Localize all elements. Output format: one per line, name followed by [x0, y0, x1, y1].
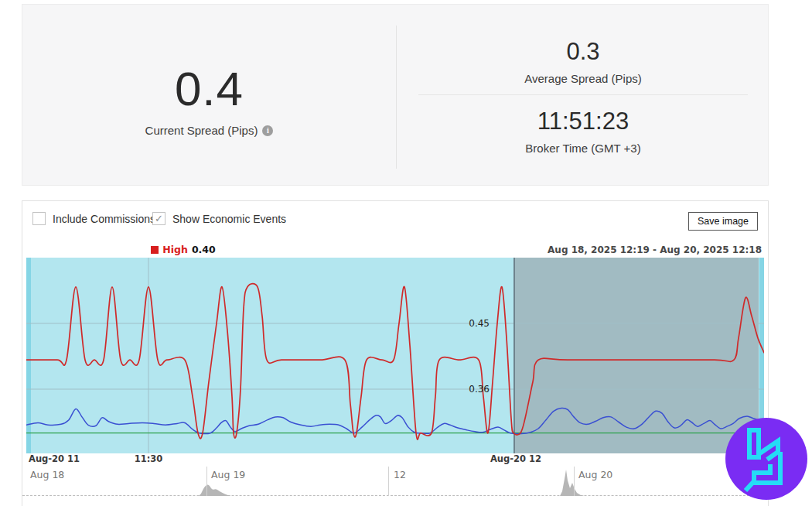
x-axis-label: 11:30 — [135, 453, 163, 464]
navigator-separator — [206, 467, 207, 496]
brand-logo-glyph — [725, 418, 807, 500]
current-spread-value: 0.4 — [175, 65, 244, 113]
navigator-section-label: Aug 18 — [30, 469, 64, 480]
broker-time-block: 11:51:23 Broker Time (GMT +3) — [397, 108, 769, 155]
svg-text:0.45: 0.45 — [469, 318, 490, 329]
navigator-separator — [388, 467, 389, 496]
page: 0.4 Current Spread (Pips) i 0.3 Average … — [0, 0, 812, 506]
show-economic-events-checkbox[interactable]: ✓ Show Economic Events — [152, 212, 286, 225]
legend-series-value: 0.40 — [192, 244, 216, 255]
x-axis-labels: Aug-20 1111:30Aug-20 12 — [22, 453, 768, 465]
legend-series-name: High — [162, 244, 188, 255]
legend-item[interactable]: High0.40 — [151, 244, 235, 255]
broker-time-label: Broker Time (GMT +3) — [525, 142, 640, 155]
chart-card: Include Commissions ✓ Show Economic Even… — [22, 200, 769, 506]
broker-time-value: 11:51:23 — [537, 108, 629, 135]
save-image-button[interactable]: Save image — [688, 212, 758, 231]
navigator-section-label: Aug 19 — [211, 469, 245, 480]
chart-navigator[interactable]: Aug 18Aug 1912Aug 20 — [22, 467, 765, 496]
x-axis-label: Aug-20 11 — [29, 453, 80, 464]
average-spread-block: 0.3 Average Spread (Pips) — [397, 39, 769, 85]
chart-date-range: Aug 18, 2025 12:19 - Aug 20, 2025 12:18 — [548, 244, 762, 255]
x-axis-label: Aug-20 12 — [490, 453, 541, 464]
info-icon[interactable]: i — [262, 125, 273, 136]
navigator-separator — [574, 467, 575, 496]
navigator-mini-area-aug19 — [199, 480, 231, 496]
current-spread-block: 0.4 Current Spread (Pips) i — [22, 5, 396, 186]
show-economic-events-label: Show Economic Events — [172, 213, 286, 225]
brand-logo[interactable] — [725, 418, 807, 500]
right-stats-block: 0.3 Average Spread (Pips) 11:51:23 Broke… — [397, 5, 769, 186]
chart-legend-row: Aug 20, 2025 12:20 High0.40Low0.30Averag… — [29, 244, 762, 256]
average-spread-value: 0.3 — [566, 39, 599, 65]
spread-chart[interactable]: 0.450.36 — [26, 258, 764, 453]
chart-controls: Include Commissions ✓ Show Economic Even… — [22, 201, 768, 237]
checkbox-box[interactable]: ✓ — [152, 212, 165, 225]
legend-swatch — [151, 246, 159, 254]
include-commissions-checkbox[interactable]: Include Commissions — [32, 212, 155, 225]
spread-stats-panel: 0.4 Current Spread (Pips) i 0.3 Average … — [22, 4, 769, 186]
include-commissions-label: Include Commissions — [53, 213, 155, 225]
current-spread-label: Current Spread (Pips) i — [145, 124, 274, 137]
panel-horizontal-divider — [418, 94, 748, 95]
svg-text:0.36: 0.36 — [469, 384, 490, 395]
current-spread-label-text: Current Spread (Pips) — [145, 124, 258, 137]
navigator-section-label: 12 — [394, 469, 406, 480]
navigator-section-label: Aug 20 — [578, 469, 612, 480]
average-spread-label: Average Spread (Pips) — [524, 72, 641, 85]
checkbox-box[interactable] — [32, 212, 46, 225]
